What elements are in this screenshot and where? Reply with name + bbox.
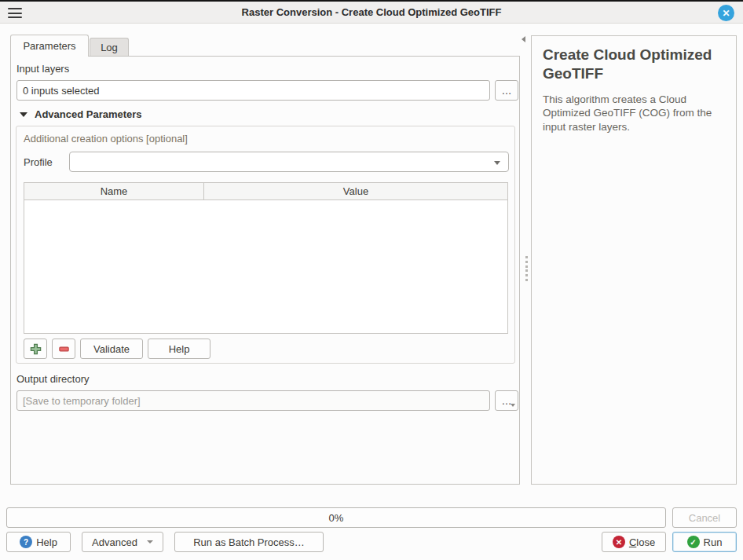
create-cog-dialog: Raster Conversion - Create Cloud Optimiz… bbox=[0, 0, 743, 560]
tab-parameters-label: Parameters bbox=[23, 40, 75, 52]
tab-parameters[interactable]: Parameters bbox=[10, 35, 89, 57]
algorithm-description: This algorithm creates a Cloud Optimized… bbox=[543, 93, 725, 134]
profile-select[interactable] bbox=[69, 152, 509, 172]
run-label: Run bbox=[704, 536, 723, 548]
add-option-button[interactable] bbox=[24, 339, 47, 359]
close-button[interactable]: ✕ Close bbox=[602, 532, 666, 552]
output-directory-field[interactable]: [Save to temporary folder] bbox=[16, 390, 490, 411]
parameters-panel: Input layers 0 inputs selected … Advance… bbox=[10, 56, 520, 485]
creation-options-group: Additional creation options [optional] P… bbox=[16, 126, 515, 364]
advanced-label: Advanced bbox=[92, 536, 137, 548]
options-help-button[interactable]: Help bbox=[148, 339, 210, 359]
cancel-label: Cancel bbox=[689, 512, 720, 524]
tab-log[interactable]: Log bbox=[90, 38, 129, 57]
window-close-button[interactable]: ✕ bbox=[718, 5, 734, 21]
run-as-batch-button[interactable]: Run as Batch Process… bbox=[174, 532, 324, 552]
tab-log-label: Log bbox=[101, 42, 118, 53]
ellipsis-icon: … bbox=[502, 85, 512, 97]
splitter-handle[interactable] bbox=[525, 255, 529, 282]
plus-icon bbox=[30, 343, 42, 355]
chevron-down-icon bbox=[147, 540, 153, 544]
title-bar: Raster Conversion - Create Cloud Optimiz… bbox=[0, 0, 743, 24]
options-help-label: Help bbox=[169, 343, 190, 355]
close-icon: ✕ bbox=[722, 8, 730, 19]
creation-options-title: Additional creation options [optional] bbox=[24, 133, 188, 145]
check-icon: ✓ bbox=[687, 536, 700, 548]
run-as-batch-label: Run as Batch Process… bbox=[193, 536, 305, 548]
advanced-parameters-toggle[interactable]: Advanced Parameters bbox=[20, 108, 142, 120]
chevron-down-icon bbox=[494, 161, 500, 165]
chevron-down-icon bbox=[511, 404, 515, 407]
options-table: Name Value bbox=[24, 182, 508, 334]
output-directory-browse-button[interactable]: … bbox=[495, 390, 518, 411]
progress-value: 0% bbox=[329, 512, 344, 524]
close-icon: ✕ bbox=[613, 536, 625, 548]
input-layers-browse-button[interactable]: … bbox=[495, 80, 518, 101]
close-label: Close bbox=[629, 536, 655, 548]
validate-button[interactable]: Validate bbox=[80, 339, 143, 359]
output-directory-placeholder: [Save to temporary folder] bbox=[23, 395, 141, 407]
input-layers-label: Input layers bbox=[16, 63, 69, 75]
column-header-name[interactable]: Name bbox=[24, 183, 204, 199]
window-title: Raster Conversion - Create Cloud Optimiz… bbox=[0, 6, 743, 18]
help-label: Help bbox=[36, 536, 57, 548]
input-layers-value: 0 inputs selected bbox=[23, 85, 100, 97]
advanced-parameters-label: Advanced Parameters bbox=[35, 108, 142, 120]
progress-bar: 0% bbox=[6, 507, 666, 528]
hamburger-menu-icon[interactable] bbox=[8, 7, 22, 19]
cancel-button[interactable]: Cancel bbox=[672, 507, 737, 528]
profile-selected-value bbox=[70, 156, 75, 167]
panel-collapse-arrow-icon[interactable] bbox=[522, 36, 525, 42]
input-layers-field[interactable]: 0 inputs selected bbox=[16, 80, 490, 101]
options-table-header: Name Value bbox=[24, 183, 507, 200]
remove-option-button[interactable] bbox=[52, 339, 75, 359]
algorithm-help-panel: Create Cloud Optimized GeoTIFF This algo… bbox=[531, 35, 737, 485]
column-header-value[interactable]: Value bbox=[204, 183, 507, 199]
minus-icon bbox=[58, 343, 70, 355]
question-icon: ? bbox=[20, 536, 32, 548]
profile-label: Profile bbox=[24, 156, 53, 168]
advanced-menu-button[interactable]: Advanced bbox=[82, 532, 163, 552]
output-directory-label: Output directory bbox=[16, 373, 90, 385]
algorithm-title: Create Cloud Optimized GeoTIFF bbox=[543, 46, 725, 83]
validate-label: Validate bbox=[93, 343, 130, 355]
help-button[interactable]: ? Help bbox=[6, 532, 71, 552]
run-button[interactable]: ✓ Run bbox=[672, 532, 737, 552]
chevron-down-icon bbox=[20, 112, 27, 117]
